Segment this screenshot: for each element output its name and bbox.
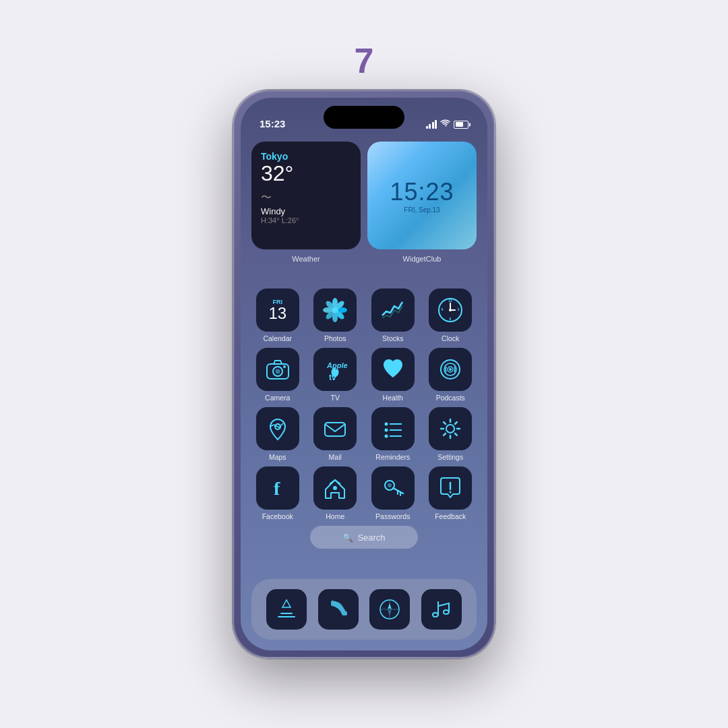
app-row-3: Maps Mail — [251, 407, 477, 461]
app-item-home[interactable]: Home — [309, 466, 362, 520]
search-icon: 🔍 — [342, 533, 353, 543]
app-item-camera[interactable]: Camera — [251, 348, 304, 402]
app-item-podcasts[interactable]: Podcasts — [425, 348, 477, 402]
app-label-tv: TV — [331, 394, 340, 402]
svg-text:f: f — [274, 478, 280, 499]
widget-clock-label: WidgetClub — [367, 255, 477, 263]
widget-weather-label: Weather — [251, 255, 361, 263]
dynamic-island — [324, 106, 404, 129]
app-item-stocks[interactable]: Stocks — [367, 289, 419, 342]
app-label-camera: Camera — [265, 394, 290, 402]
svg-point-52 — [450, 491, 452, 493]
app-item-reminders[interactable]: Reminders — [367, 407, 419, 461]
app-label-clock: Clock — [442, 334, 459, 342]
app-label-facebook: Facebook — [262, 512, 293, 520]
dock-item-appstore[interactable] — [266, 589, 307, 630]
svg-line-41 — [455, 433, 457, 435]
svg-text:3: 3 — [458, 307, 460, 311]
svg-point-16 — [449, 309, 452, 311]
app-label-photos: Photos — [324, 334, 346, 342]
app-label-podcasts: Podcasts — [436, 394, 465, 402]
svg-point-47 — [388, 483, 392, 487]
widget-clock-date: FRI, Sep.13 — [390, 206, 454, 214]
svg-point-29 — [384, 423, 388, 426]
battery-icon — [454, 121, 468, 129]
signal-bars — [426, 120, 437, 129]
svg-point-31 — [384, 429, 388, 432]
svg-point-35 — [446, 425, 454, 433]
svg-text:6: 6 — [450, 317, 452, 321]
weather-city: Tokyo — [261, 151, 351, 162]
app-label-mail: Mail — [329, 453, 342, 461]
app-label-maps: Maps — [269, 453, 286, 461]
widget-widgetclub[interactable]: 15:23 FRI, Sep.13 — [367, 142, 477, 249]
app-item-clock[interactable]: 12 3 6 9 Clock — [425, 289, 477, 342]
widget-weather-container: Tokyo 32° 〜 Windy H:34° L:26° Weather — [251, 142, 361, 249]
widget-clock-time: 15:23 — [390, 178, 454, 206]
svg-line-42 — [455, 422, 457, 424]
wifi-icon — [440, 119, 450, 129]
svg-point-8 — [332, 307, 338, 313]
app-item-settings[interactable]: Settings — [425, 407, 477, 461]
svg-text:tv: tv — [329, 373, 336, 382]
svg-line-43 — [444, 433, 446, 435]
app-item-mail[interactable]: Mail — [309, 407, 362, 461]
app-item-calendar[interactable]: FRI 13 Calendar — [251, 289, 304, 342]
dock-item-phone[interactable] — [318, 589, 359, 630]
phone-frame: 15:23 — [233, 90, 495, 659]
dock — [251, 579, 477, 640]
app-row-4: f Facebook Home — [251, 466, 477, 520]
app-row-1: FRI 13 Calendar — [251, 289, 477, 342]
page-number-label: 7 — [355, 40, 374, 81]
svg-text:9: 9 — [442, 307, 444, 311]
content: Tokyo 32° 〜 Windy H:34° L:26° Weather — [241, 135, 487, 650]
app-item-facebook[interactable]: f Facebook — [251, 466, 304, 520]
svg-rect-28 — [325, 423, 345, 436]
app-item-feedback[interactable]: Feedback — [425, 466, 477, 520]
status-icons — [426, 119, 469, 129]
svg-text:Apple: Apple — [326, 361, 348, 369]
screen: 15:23 — [241, 98, 487, 650]
phone-wrapper: 15:23 — [233, 90, 495, 659]
app-item-passwords[interactable]: Passwords — [367, 466, 419, 520]
weather-temp: 32° — [261, 162, 351, 185]
status-time: 15:23 — [260, 118, 285, 129]
svg-point-26 — [449, 368, 452, 371]
app-item-maps[interactable]: Maps — [251, 407, 304, 461]
app-label-calendar: Calendar — [263, 334, 292, 342]
app-label-passwords: Passwords — [375, 512, 410, 520]
app-label-stocks: Stocks — [382, 334, 404, 342]
app-label-home: Home — [326, 512, 344, 520]
app-row-2: Camera Apple tv — [251, 348, 477, 402]
search-bar[interactable]: 🔍 Search — [310, 526, 418, 549]
svg-point-33 — [384, 435, 388, 438]
app-label-health: Health — [383, 394, 403, 402]
app-label-settings: Settings — [437, 453, 463, 461]
calendar-day-num: 13 — [268, 305, 286, 322]
app-label-feedback: Feedback — [435, 512, 466, 520]
app-item-tv[interactable]: Apple tv TV — [309, 348, 362, 402]
widget-clock-container: 15:23 FRI, Sep.13 WidgetClub — [367, 142, 477, 249]
widget-weather[interactable]: Tokyo 32° 〜 Windy H:34° L:26° — [251, 142, 361, 249]
svg-line-40 — [444, 422, 446, 424]
app-label-reminders: Reminders — [375, 453, 410, 461]
widgets-row: Tokyo 32° 〜 Windy H:34° L:26° Weather — [251, 142, 477, 268]
app-item-photos[interactable]: Photos — [309, 289, 362, 342]
dock-item-music[interactable] — [421, 589, 462, 630]
app-item-health[interactable]: Health — [367, 348, 419, 402]
svg-point-20 — [283, 365, 286, 368]
svg-point-19 — [275, 369, 280, 374]
weather-wind: 〜 Windy H:34° L:26° — [261, 191, 351, 224]
svg-text:12: 12 — [448, 299, 452, 303]
svg-point-45 — [333, 486, 337, 490]
dock-item-safari[interactable] — [369, 589, 410, 630]
search-label: Search — [357, 533, 385, 543]
